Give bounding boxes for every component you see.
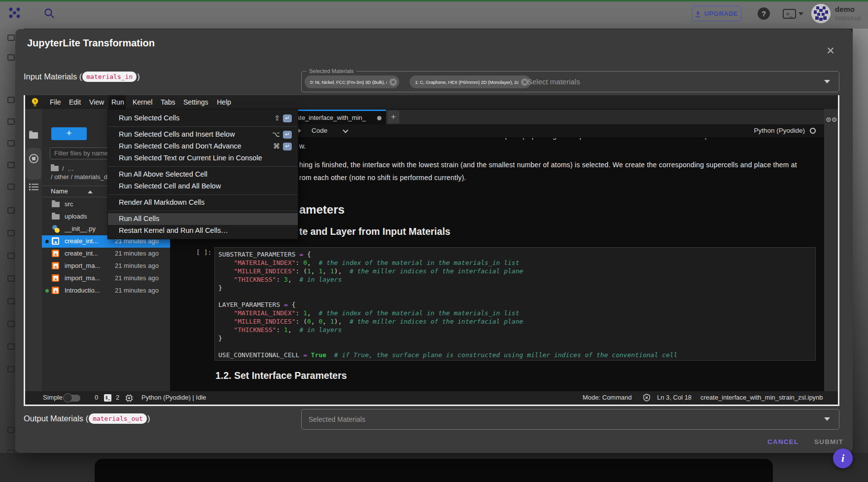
close-icon[interactable]: ✕	[825, 45, 836, 56]
run-menu-item[interactable]: Render All Markdown Cells	[108, 197, 298, 209]
dropdown-caret-icon[interactable]	[824, 417, 830, 421]
app-logo-icon[interactable]	[8, 6, 21, 19]
file-row[interactable]: import_ma...21 minutes ago	[42, 272, 170, 285]
upload-icon	[695, 10, 701, 17]
notebook-icon	[52, 274, 59, 282]
sidebar-item-icon[interactable]	[7, 427, 15, 433]
code-cell-editor[interactable]: SUBSTRATE_PARAMETERS = { "MATERIAL_INDEX…	[214, 247, 816, 361]
file-browser-icon[interactable]	[29, 131, 38, 139]
menu-view[interactable]: View	[89, 95, 104, 109]
python-file-icon	[52, 225, 60, 233]
file-row[interactable]: create_int...21 minutes ago	[42, 248, 170, 260]
run-menu-item[interactable]: Restart Kernel and Run All Cells…	[108, 225, 298, 237]
code-line: "MATERIAL_INDEX": 1, # the index of the …	[218, 309, 520, 317]
console-icon[interactable]: >_	[783, 9, 796, 19]
info-fab-button[interactable]: i	[833, 448, 853, 468]
menu-tabs[interactable]: Tabs	[161, 95, 175, 109]
cell-type-caret-icon[interactable]	[343, 127, 348, 133]
statusbar-filename: create_interface_with_min_strain_zsl.ipy…	[700, 394, 823, 401]
sidebar-item-icon[interactable]	[7, 140, 15, 147]
kernel-status-icon[interactable]	[810, 128, 816, 134]
sidebar-item-icon[interactable]	[7, 54, 15, 61]
run-menu-item[interactable]: Run Selected Cells and Insert Below⌥↵	[108, 129, 298, 141]
tab-dirty-dot[interactable]	[377, 116, 382, 120]
material-chip[interactable]: 1: C, Graphene, HEX (P6/mmm) 2D (Monolay…	[410, 75, 531, 88]
menu-file[interactable]: File	[50, 95, 61, 109]
simple-mode-toggle[interactable]	[64, 395, 80, 402]
console-caret-icon[interactable]	[799, 12, 803, 15]
menu-edit[interactable]: Edit	[69, 95, 81, 109]
user-name[interactable]: demo	[835, 5, 855, 13]
new-tab-button[interactable]: +	[387, 111, 399, 123]
output-materials-field[interactable]: Selected Materials	[301, 409, 839, 430]
sidebar-item-icon[interactable]	[7, 162, 15, 168]
sidebar-item-icon[interactable]	[7, 35, 15, 41]
file-row[interactable]: Introductio...21 minutes ago	[42, 285, 170, 297]
markdown-clipped-line: 4. Click "Run" > "Run All Cells" to run …	[269, 138, 792, 140]
submit-button[interactable]: SUBMIT	[814, 438, 843, 445]
selected-materials-field[interactable]: Selected Materials 0: Ni, Nickel, FCC (F…	[301, 71, 839, 92]
dropdown-caret-icon[interactable]	[824, 80, 830, 83]
kernel-status-text[interactable]: Python (Pyodide) | Idle	[141, 394, 206, 401]
menu-run[interactable]: Run	[111, 95, 124, 109]
sidebar-item-icon[interactable]	[7, 343, 15, 350]
sidebar-item-icon[interactable]	[7, 97, 15, 103]
sidebar-item-icon[interactable]	[7, 366, 15, 372]
jupyterlite-logo-icon	[31, 98, 39, 107]
run-menu-item[interactable]: Run All Cells	[108, 213, 298, 225]
breadcrumb-ellipsis[interactable]: …	[68, 165, 74, 172]
code-line: LAYER_PARAMETERS = {	[218, 300, 296, 309]
sidebar-item-icon[interactable]	[7, 118, 15, 125]
run-menu-item[interactable]: Run Selected Cells and Don't Advance⌘↵	[108, 141, 298, 152]
table-of-contents-icon[interactable]	[29, 183, 38, 193]
avatar[interactable]	[811, 4, 831, 23]
mode-indicator: Mode: Command	[583, 394, 632, 401]
sidebar-item-icon[interactable]	[7, 298, 15, 304]
file-modified: 21 minutes ago	[115, 274, 159, 282]
name-column-header[interactable]: Name	[51, 187, 68, 195]
kernel-name[interactable]: Python (Pyodide)	[754, 127, 805, 134]
backdrop-right	[853, 29, 868, 482]
running-sessions-icon[interactable]	[29, 153, 39, 166]
material-chip[interactable]: 0: Ni, Nickel, FCC (Fm-3m) 3D (Bulk), mp…	[305, 75, 399, 88]
output-placeholder: Selected Materials	[309, 415, 365, 423]
enter-key-icon: ↵	[283, 114, 292, 122]
help-button[interactable]: ?	[758, 7, 770, 20]
running-dot	[45, 289, 49, 293]
terminal-icon[interactable]: $_	[104, 394, 111, 402]
menu-settings[interactable]: Settings	[183, 95, 208, 109]
property-inspector-icon[interactable]: ⚙⚙	[826, 116, 837, 123]
kernel-chip-icon[interactable]	[125, 394, 133, 404]
sidebar-item-icon[interactable]	[7, 275, 15, 282]
shortcut-modifier: ⌘	[273, 142, 280, 150]
cancel-button[interactable]: CANCEL	[767, 438, 799, 445]
run-menu-item[interactable]: Run Selected Text or Current Line in Con…	[108, 152, 298, 164]
code-line: SUBSTRATE_PARAMETERS = {	[218, 250, 311, 259]
sidebar-item-icon[interactable]	[7, 230, 15, 236]
upgrade-button[interactable]: UPGRADE	[692, 6, 741, 21]
notebook-tab[interactable]: create_interface_with_min_	[283, 110, 386, 124]
run-menu-item[interactable]: Run Selected Cell and All Below	[108, 181, 298, 192]
upgrade-label: UPGRADE	[704, 10, 738, 17]
menu-kernel[interactable]: Kernel	[133, 95, 152, 109]
sidebar-item-icon[interactable]	[7, 321, 15, 327]
search-icon[interactable]	[43, 7, 55, 19]
breadcrumb[interactable]: / …	[51, 164, 74, 173]
notebook-icon	[52, 262, 59, 269]
sidebar-item-icon[interactable]	[7, 253, 15, 259]
file-row[interactable]: import_ma...21 minutes ago	[42, 260, 170, 272]
run-menu-item[interactable]: Run All Above Selected Cell	[108, 169, 298, 181]
chip-remove-icon[interactable]: ✕	[389, 78, 397, 86]
file-modified: 21 minutes ago	[115, 287, 159, 294]
menu-help[interactable]: Help	[217, 95, 231, 109]
breadcrumb-root[interactable]: /	[62, 165, 64, 172]
run-menu-item[interactable]: Run Selected Cells⇧↵	[108, 112, 298, 124]
new-launcher-button[interactable]: +	[51, 127, 87, 140]
file-modified: 21 minutes ago	[115, 250, 159, 257]
sidebar-item-icon[interactable]	[7, 207, 15, 214]
input-materials-text: Input Materials (	[24, 72, 82, 81]
notification-shield-icon[interactable]	[643, 394, 651, 403]
sidebar-item-icon[interactable]	[7, 184, 15, 190]
cell-type-select[interactable]: Code	[312, 127, 327, 134]
markdown-fragment: w.	[299, 142, 306, 150]
